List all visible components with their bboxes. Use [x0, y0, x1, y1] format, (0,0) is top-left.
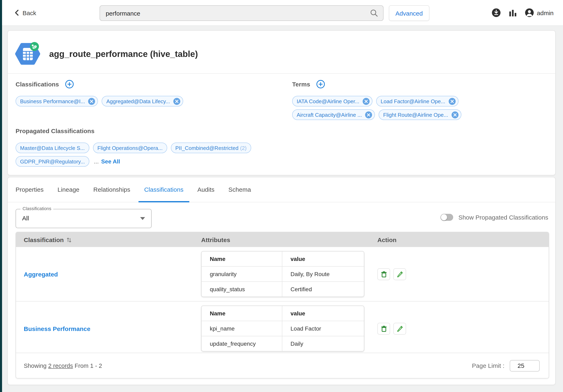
- topbar-actions: admin: [492, 0, 554, 25]
- add-classification-icon[interactable]: [65, 80, 74, 88]
- tab-bar: Properties Lineage Relationships Classif…: [8, 177, 555, 202]
- classifications-filter-select[interactable]: Classifications All: [15, 209, 152, 228]
- tag-label: IATA Code@Airline Oper...: [297, 98, 359, 104]
- action-cell: [377, 323, 549, 334]
- classification-tag[interactable]: Business Performance@I...: [15, 96, 98, 106]
- see-all-link[interactable]: See All: [101, 158, 120, 165]
- classifications-heading: Classifications: [15, 80, 59, 88]
- tab-relationships[interactable]: Relationships: [87, 177, 137, 202]
- terms-section: Terms IATA Code@Airline Oper... Load Fac…: [292, 79, 550, 123]
- search-input[interactable]: [100, 6, 370, 21]
- attributes-cell: Name value kpi_name Load Factor update_f…: [201, 302, 377, 355]
- attr-col-value: value: [282, 256, 363, 262]
- add-term-icon[interactable]: [316, 80, 325, 88]
- tag-label: GDPR_PNR@Regulatory...: [20, 158, 85, 164]
- delete-classification-button[interactable]: [377, 323, 390, 334]
- attr-name: kpi_name: [202, 321, 282, 336]
- records-summary: Showing 2 records From 1 - 2: [16, 362, 102, 369]
- select-label: Classifications: [21, 206, 53, 211]
- page-title: agg_route_performance (hive_table): [49, 49, 198, 59]
- classification-link[interactable]: Aggregated: [16, 271, 201, 278]
- entity-card: agg_route_performance (hive_table) Class…: [7, 30, 556, 175]
- remove-tag-icon[interactable]: [448, 98, 455, 105]
- download-icon[interactable]: [492, 8, 501, 17]
- chevron-left-icon: [14, 9, 19, 16]
- tab-properties[interactable]: Properties: [9, 177, 51, 202]
- attr-row: quality_status Certified: [202, 281, 364, 297]
- attr-value: Daily, By Route: [282, 271, 363, 277]
- attr-row: granularity Daily, By Route: [202, 266, 364, 281]
- attr-col-name: Name: [202, 252, 282, 266]
- term-tag[interactable]: Aircraft Capacity@Airline ...: [292, 109, 375, 120]
- delete-classification-button[interactable]: [377, 268, 390, 280]
- statistics-icon[interactable]: [509, 9, 517, 17]
- attr-value: Certified: [282, 286, 363, 292]
- attributes-cell: Name value granularity Daily, By Route q…: [201, 247, 377, 301]
- remove-tag-icon[interactable]: [363, 98, 370, 105]
- table-row: Aggregated Name value granularity Daily,…: [16, 247, 549, 301]
- remove-tag-icon[interactable]: [173, 98, 180, 105]
- page: Back Advanced: [0, 0, 563, 392]
- tab-schema[interactable]: Schema: [221, 177, 258, 202]
- tag-label: Flight Operations@Opera...: [97, 145, 163, 151]
- attributes-table: Name value granularity Daily, By Route q…: [201, 251, 364, 297]
- action-cell: [377, 268, 549, 280]
- showing-label: Showing: [24, 362, 47, 369]
- records-link[interactable]: 2 records: [48, 362, 73, 369]
- remove-tag-icon[interactable]: [451, 111, 458, 118]
- propagated-section: Propagated Classifications Master@Data L…: [15, 126, 425, 170]
- attr-name: quality_status: [202, 282, 282, 297]
- edit-classification-button[interactable]: [393, 323, 406, 334]
- range-label: From 1 - 2: [75, 362, 102, 369]
- term-tag[interactable]: Load Factor@Airline Ope...: [376, 96, 458, 106]
- back-button[interactable]: Back: [14, 0, 36, 25]
- advanced-button[interactable]: Advanced: [389, 5, 429, 21]
- column-action: Action: [377, 236, 549, 243]
- classification-link[interactable]: Business Performance: [16, 325, 201, 332]
- propagated-tag[interactable]: Flight Operations@Opera...: [93, 142, 167, 153]
- propagated-tag[interactable]: PII_Combined@Restricted (2): [171, 142, 251, 153]
- term-tag[interactable]: Flight Route@Airline Ope...: [379, 109, 461, 120]
- column-attributes: Attributes: [201, 236, 377, 243]
- show-propagated-toggle[interactable]: [440, 214, 453, 221]
- attr-col-name: Name: [202, 306, 282, 321]
- column-label: Classification: [24, 236, 64, 243]
- tag-label: Business Performance@I...: [20, 98, 85, 104]
- edit-classification-button[interactable]: [393, 268, 406, 280]
- attr-header-row: Name value: [202, 306, 364, 321]
- column-classification[interactable]: Classification: [16, 236, 201, 243]
- classifications-table: Classification Attributes Action Aggrega…: [15, 232, 549, 379]
- tag-label: Flight Route@Airline Ope...: [383, 112, 448, 118]
- remove-tag-icon[interactable]: [88, 98, 95, 105]
- attr-header-row: Name value: [202, 252, 364, 266]
- sort-icon: [66, 237, 72, 243]
- detail-card: Properties Lineage Relationships Classif…: [7, 177, 556, 385]
- table-row: Business Performance Name value kpi_name…: [16, 301, 549, 355]
- classifications-section: Classifications Business Performance@I..…: [15, 79, 282, 109]
- classification-tag[interactable]: Aggregated@Data Lifecy...: [102, 96, 183, 106]
- tag-label: Master@Data Lifecycle S...: [20, 145, 85, 151]
- attr-name: granularity: [202, 267, 282, 281]
- left-rail: [0, 0, 2, 392]
- tab-audits[interactable]: Audits: [190, 177, 221, 202]
- attr-name: update_frequency: [202, 336, 282, 351]
- remove-tag-icon[interactable]: [365, 111, 372, 118]
- propagated-tag[interactable]: Master@Data Lifecycle S...: [15, 142, 89, 153]
- user-icon: [525, 8, 534, 17]
- header-divider: [8, 73, 555, 74]
- table-footer: Showing 2 records From 1 - 2 Page Limit …: [16, 353, 549, 378]
- user-label: admin: [537, 9, 554, 16]
- search-box: [100, 5, 384, 21]
- attr-value: Load Factor: [282, 325, 363, 332]
- propagated-tag[interactable]: GDPR_PNR@Regulatory...: [15, 156, 89, 167]
- tab-classifications[interactable]: Classifications: [137, 177, 191, 202]
- advanced-label: Advanced: [396, 10, 423, 17]
- page-limit-input[interactable]: [510, 360, 540, 371]
- tag-label: Aggregated@Data Lifecy...: [106, 98, 170, 104]
- tab-lineage[interactable]: Lineage: [51, 177, 87, 202]
- search-icon[interactable]: [370, 9, 378, 17]
- entity-header: agg_route_performance (hive_table): [15, 41, 198, 67]
- user-menu[interactable]: admin: [525, 8, 554, 17]
- page-limit-label: Page Limit :: [472, 362, 504, 369]
- term-tag[interactable]: IATA Code@Airline Oper...: [292, 96, 372, 106]
